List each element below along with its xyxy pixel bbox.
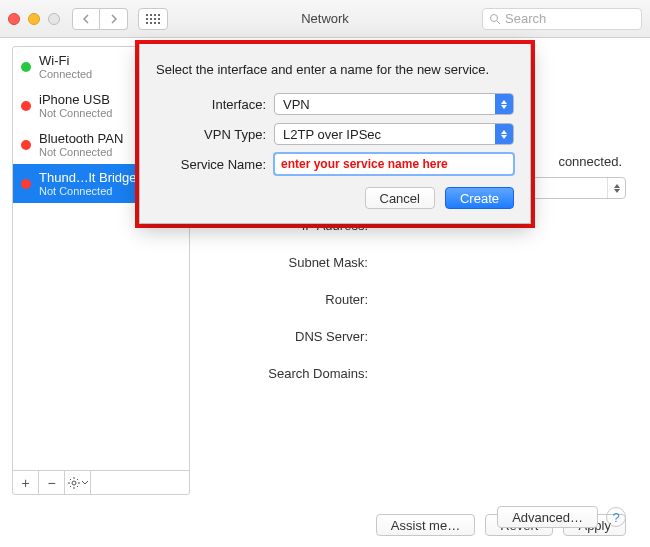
service-name: Bluetooth PAN — [39, 131, 123, 146]
nav-buttons — [72, 8, 128, 30]
back-button[interactable] — [72, 8, 100, 30]
service-status: Not Connected — [39, 107, 112, 119]
vpn-type-value: L2TP over IPSec — [283, 127, 381, 142]
close-window-button[interactable] — [8, 13, 20, 25]
create-button[interactable]: Create — [445, 187, 514, 209]
service-actions-button[interactable] — [65, 471, 91, 495]
search-domains-label: Search Domains: — [204, 361, 374, 386]
stepper-icon — [607, 178, 625, 198]
service-name-label: Service Name: — [156, 157, 274, 172]
service-name-input[interactable] — [274, 153, 514, 175]
search-icon — [489, 13, 501, 25]
search-placeholder: Search — [505, 11, 546, 26]
svg-line-1 — [497, 21, 500, 24]
gear-icon — [68, 477, 80, 489]
stepper-icon — [495, 124, 513, 144]
window-controls — [8, 13, 60, 25]
interface-select[interactable]: VPN — [274, 93, 514, 115]
cancel-button[interactable]: Cancel — [365, 187, 435, 209]
svg-line-13 — [70, 486, 71, 487]
window-titlebar: Network Search — [0, 0, 650, 38]
stepper-icon — [495, 94, 513, 114]
svg-line-11 — [70, 479, 71, 480]
forward-button[interactable] — [100, 8, 128, 30]
add-service-button[interactable]: + — [13, 471, 39, 495]
dns-server-label: DNS Server: — [204, 324, 374, 349]
svg-line-14 — [77, 479, 78, 480]
status-dot-icon — [21, 101, 31, 111]
vpn-type-label: VPN Type: — [156, 127, 274, 142]
status-dot-icon — [21, 62, 31, 72]
subnet-mask-label: Subnet Mask: — [204, 250, 374, 275]
sheet-prompt: Select the interface and enter a name fo… — [156, 62, 514, 77]
status-dot-icon — [21, 140, 31, 150]
remove-service-button[interactable]: − — [39, 471, 65, 495]
show-all-button[interactable] — [138, 8, 168, 30]
new-service-sheet: Select the interface and enter a name fo… — [135, 40, 535, 228]
interface-value: VPN — [283, 97, 310, 112]
zoom-window-button[interactable] — [48, 13, 60, 25]
help-button[interactable]: ? — [606, 507, 626, 527]
chevron-left-icon — [82, 14, 90, 24]
minimize-window-button[interactable] — [28, 13, 40, 25]
service-status: Not Connected — [39, 146, 123, 158]
service-status: Connected — [39, 68, 92, 80]
advanced-button[interactable]: Advanced… — [497, 506, 598, 528]
interface-label: Interface: — [156, 97, 274, 112]
svg-point-0 — [491, 14, 498, 21]
service-name: Thund…lt Bridge — [39, 170, 137, 185]
sidebar-footer: + − — [13, 470, 189, 494]
svg-point-6 — [72, 481, 76, 485]
grid-icon — [146, 14, 160, 24]
detail-fields: IP Address: Subnet Mask: Router: DNS Ser… — [204, 213, 626, 386]
svg-line-12 — [77, 486, 78, 487]
router-label: Router: — [204, 287, 374, 312]
chevron-down-icon — [82, 481, 88, 485]
chevron-right-icon — [110, 14, 118, 24]
search-field[interactable]: Search — [482, 8, 642, 30]
service-status: Not Connected — [39, 185, 137, 197]
status-dot-icon — [21, 179, 31, 189]
service-name: Wi-Fi — [39, 53, 92, 68]
vpn-type-select[interactable]: L2TP over IPSec — [274, 123, 514, 145]
service-name: iPhone USB — [39, 92, 112, 107]
